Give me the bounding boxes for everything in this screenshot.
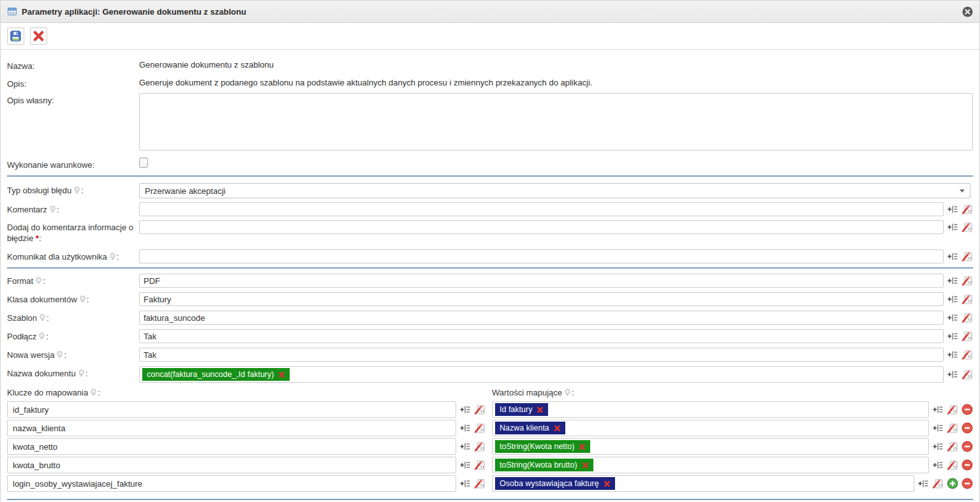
add-list-icon[interactable] bbox=[917, 478, 929, 489]
opis-value: Generuje dokument z podanego szablonu na… bbox=[139, 77, 973, 89]
window-titlebar: Parametry aplikacji: Generowanie dokumen… bbox=[1, 0, 979, 23]
mapping-value-row: toString(Kwota netto) bbox=[492, 438, 973, 455]
function-edit-icon[interactable] bbox=[947, 459, 958, 471]
value-tag-label: concat(faktura_suncode_,Id faktury) bbox=[147, 370, 274, 379]
function-edit-icon[interactable] bbox=[961, 330, 973, 342]
function-edit-icon[interactable] bbox=[947, 422, 958, 434]
add-list-icon[interactable] bbox=[932, 404, 944, 415]
mapping-value-box[interactable]: Nazwa klienta bbox=[492, 420, 929, 436]
opis-wlasny-textarea[interactable] bbox=[139, 93, 973, 151]
format-label: Format: bbox=[7, 274, 139, 286]
nazwa-dokumentu-tagbox[interactable]: concat(faktura_suncode_,Id faktury) bbox=[139, 366, 944, 383]
add-list-icon[interactable] bbox=[947, 221, 958, 233]
function-edit-icon[interactable] bbox=[961, 251, 973, 262]
remove-row-icon[interactable] bbox=[961, 459, 973, 471]
add-list-icon[interactable] bbox=[947, 312, 958, 323]
klasa-dokumentow-input[interactable] bbox=[139, 292, 944, 306]
szablon-input[interactable] bbox=[139, 311, 944, 325]
function-edit-icon[interactable] bbox=[961, 275, 973, 286]
remove-row-icon[interactable] bbox=[961, 478, 973, 489]
field-row-szablon: Szablon: bbox=[7, 311, 973, 325]
hint-bulb-icon bbox=[90, 388, 97, 397]
format-input[interactable] bbox=[139, 274, 944, 288]
wykonanie-warunkowe-checkbox[interactable] bbox=[139, 158, 148, 168]
toolbar bbox=[1, 23, 979, 50]
function-edit-icon[interactable] bbox=[474, 441, 486, 452]
mapping-key-row bbox=[7, 457, 486, 473]
function-edit-icon[interactable] bbox=[474, 459, 486, 471]
mapping-key-input[interactable] bbox=[7, 457, 456, 473]
field-row-dodaj-do-komentarza: Dodaj do komentarza informacje o błędzie… bbox=[7, 220, 973, 246]
add-list-icon[interactable] bbox=[947, 293, 958, 305]
klasa-dokumentow-label: Klasa dokumentów: bbox=[7, 292, 139, 305]
remove-row-icon[interactable] bbox=[961, 404, 973, 415]
mapping-key-row bbox=[7, 420, 486, 436]
remove-tag-icon[interactable] bbox=[554, 425, 561, 432]
error-type-select[interactable]: Przerwanie akceptacji bbox=[139, 183, 970, 198]
add-list-icon[interactable] bbox=[947, 330, 958, 342]
add-list-icon[interactable] bbox=[459, 422, 471, 434]
add-list-icon[interactable] bbox=[947, 369, 958, 380]
mapping-key-input[interactable] bbox=[7, 475, 456, 492]
add-list-icon[interactable] bbox=[932, 422, 944, 434]
komentarz-label: Komentarz: bbox=[7, 202, 139, 215]
podlacz-input[interactable] bbox=[139, 329, 944, 343]
add-list-icon[interactable] bbox=[947, 203, 958, 215]
remove-tag-icon[interactable] bbox=[582, 462, 589, 469]
nowa-wersja-label: Nowa wersja: bbox=[7, 348, 139, 360]
add-list-icon[interactable] bbox=[459, 478, 471, 489]
function-edit-icon[interactable] bbox=[961, 221, 973, 233]
function-edit-icon[interactable] bbox=[947, 441, 958, 452]
function-edit-icon[interactable] bbox=[947, 404, 958, 415]
function-edit-icon[interactable] bbox=[961, 369, 973, 380]
mapping-key-row bbox=[7, 401, 486, 418]
function-edit-icon[interactable] bbox=[961, 349, 973, 360]
mapping-key-input[interactable] bbox=[7, 401, 456, 418]
value-tag: Id faktury bbox=[495, 403, 548, 416]
dodaj-do-komentarza-input[interactable] bbox=[139, 220, 944, 234]
floppy-icon bbox=[10, 30, 22, 42]
komunikat-input[interactable] bbox=[139, 249, 944, 263]
function-edit-icon[interactable] bbox=[932, 478, 944, 489]
mapping-key-input[interactable] bbox=[7, 438, 456, 455]
mapping-key-row bbox=[7, 438, 486, 455]
function-edit-icon[interactable] bbox=[474, 404, 486, 415]
mapping-value-box[interactable]: Osoba wystawiająca fakturę bbox=[492, 475, 914, 492]
komunikat-label: Komunikat dla użytkownika: bbox=[7, 249, 139, 262]
value-tag: toString(Kwota brutto) bbox=[495, 459, 593, 471]
add-list-icon[interactable] bbox=[932, 459, 944, 471]
typ-obslugi-bledu-label: Typ obsługi błędu: bbox=[7, 183, 139, 196]
add-list-icon[interactable] bbox=[459, 459, 471, 471]
komentarz-input[interactable] bbox=[139, 202, 944, 216]
value-tag-label: Id faktury bbox=[500, 405, 532, 414]
mapping-value-row: Id faktury bbox=[492, 401, 973, 418]
add-list-icon[interactable] bbox=[947, 275, 958, 286]
close-icon[interactable] bbox=[962, 6, 973, 17]
add-list-icon[interactable] bbox=[459, 441, 471, 452]
function-edit-icon[interactable] bbox=[474, 478, 486, 489]
remove-row-icon[interactable] bbox=[961, 422, 973, 434]
remove-tag-icon[interactable] bbox=[579, 443, 586, 450]
save-button[interactable] bbox=[7, 27, 24, 45]
function-edit-icon[interactable] bbox=[961, 203, 973, 215]
remove-tag-icon[interactable] bbox=[537, 406, 544, 413]
remove-tag-icon[interactable] bbox=[604, 480, 611, 487]
add-row-icon[interactable] bbox=[947, 478, 958, 489]
add-list-icon[interactable] bbox=[947, 251, 958, 262]
mapping-value-box[interactable]: toString(Kwota netto) bbox=[492, 438, 929, 455]
nowa-wersja-input[interactable] bbox=[139, 348, 944, 362]
add-list-icon[interactable] bbox=[459, 404, 471, 415]
add-list-icon[interactable] bbox=[932, 441, 944, 452]
remove-tag-icon[interactable] bbox=[278, 371, 285, 378]
add-list-icon[interactable] bbox=[947, 349, 958, 360]
mapping-value-box[interactable]: Id faktury bbox=[492, 401, 929, 418]
function-edit-icon[interactable] bbox=[961, 312, 973, 323]
value-tag-label: Nazwa klienta bbox=[500, 424, 549, 432]
field-row-podlacz: Podłącz: bbox=[7, 329, 973, 343]
mapping-value-box[interactable]: toString(Kwota brutto) bbox=[492, 457, 929, 473]
function-edit-icon[interactable] bbox=[961, 293, 973, 305]
mapping-key-input[interactable] bbox=[7, 420, 456, 436]
remove-row-icon[interactable] bbox=[961, 441, 973, 452]
delete-button[interactable] bbox=[30, 27, 47, 45]
function-edit-icon[interactable] bbox=[474, 422, 486, 434]
